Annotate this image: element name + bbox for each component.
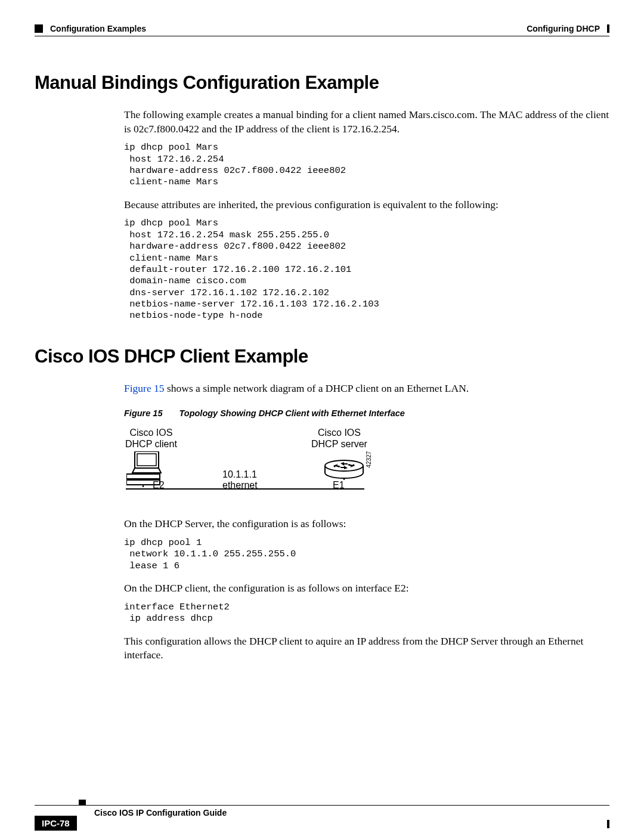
paragraph-client-config: On the DHCP client, the configuration is… [124,581,609,596]
header-bar-icon [607,24,609,33]
paragraph-bridge: Because attributes are inherited, the pr… [124,198,609,212]
diagram-label-server: Cisco IOS DHCP server [311,428,367,450]
code-block-pool-full: ip dhcp pool Mars host 172.16.2.254 mask… [124,218,609,321]
figure-title: Topology Showing DHCP Client with Ethern… [179,408,404,418]
paragraph-conclusion: This configuration allows the DHCP clien… [124,634,609,662]
breadcrumb-section: Configuration Examples [50,24,146,33]
router-icon [324,460,364,480]
diagram-label-client: Cisco IOS DHCP client [125,428,177,450]
diagram-figure-id: 42327 [366,451,372,468]
figure-ref-rest: shows a simple network diagram of a DHCP… [165,382,469,394]
code-block-client: interface Ethernet2 ip address dhcp [124,602,609,625]
figure-caption: Figure 15Topology Showing DHCP Client wi… [124,408,609,418]
page-number: IPC-78 [35,816,77,831]
svg-rect-1 [137,454,156,466]
paragraph-server-config: On the DHCP Server, the configuration is… [124,517,609,531]
code-block-pool-short: ip dhcp pool Mars host 172.16.2.254 hard… [124,142,609,188]
diagram-label-e2: E2 [153,480,165,491]
page-header: Configuration Examples Configuring DHCP [35,24,609,36]
section-heading-dhcp-client: Cisco IOS DHCP Client Example [35,346,609,367]
figure-number: Figure 15 [124,408,162,418]
footer-bar-icon [607,820,609,828]
diagram-label-ethernet: ethernet [222,480,258,491]
page-footer: Cisco IOS IP Configuration Guide IPC-78 [35,805,609,817]
section-heading-manual-bindings: Manual Bindings Configuration Example [35,72,609,94]
code-block-server: ip dhcp pool 1 network 10.1.1.0 255.255.… [124,537,609,572]
paragraph-intro: The following example creates a manual b… [124,108,609,136]
header-marker-icon [35,24,43,33]
diagram-label-e1: E1 [333,480,345,491]
footer-marker-icon [79,800,86,806]
svg-rect-2 [126,474,160,479]
breadcrumb-chapter: Configuring DHCP [527,24,600,33]
header-left: Configuration Examples [35,24,146,33]
paragraph-figure-ref: Figure 15 shows a simple network diagram… [124,382,609,396]
topology-diagram: Cisco IOS DHCP client Cisco IOS DHCP ser… [124,429,386,500]
footer-guide-title: Cisco IOS IP Configuration Guide [94,808,227,817]
header-right: Configuring DHCP [527,24,609,33]
figure-link[interactable]: Figure 15 [124,382,165,394]
diagram-label-ip: 10.1.1.1 [222,469,257,480]
